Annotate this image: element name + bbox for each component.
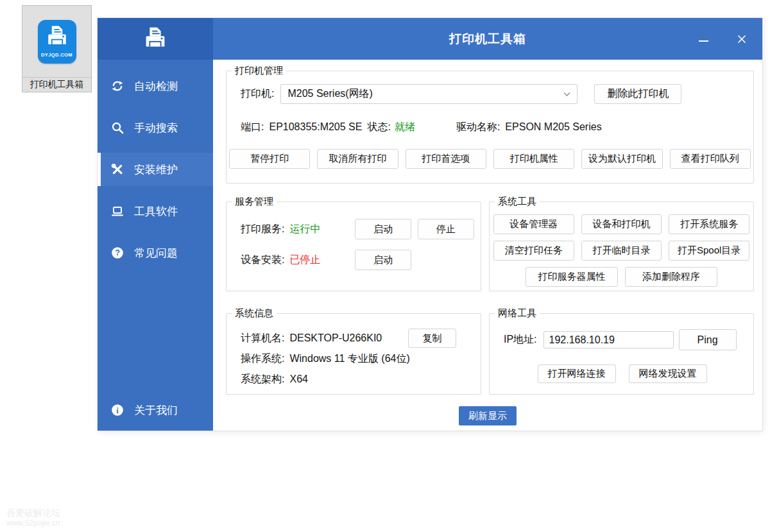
computer-name-label: 计算机名: [241, 332, 284, 345]
sidebar-item-label: 手动搜索 [134, 121, 178, 135]
print-server-properties-button[interactable]: 打印服务器属性 [526, 267, 618, 287]
close-icon [737, 35, 746, 44]
close-button[interactable] [729, 18, 755, 60]
printer-icon [141, 24, 170, 54]
open-spool-folder-button[interactable]: 打开Spool目录 [669, 241, 749, 261]
shortcut-label: 打印机工具箱 [22, 78, 91, 92]
sidebar-item-label: 关于我们 [134, 403, 178, 418]
device-install-label: 设备安装: [241, 253, 284, 267]
print-service-status: 运行中 [289, 223, 320, 236]
devices-and-printers-button[interactable]: 设备和打印机 [581, 214, 662, 234]
group-title: 服务管理 [232, 196, 277, 208]
ip-address-input[interactable] [543, 331, 674, 348]
print-preferences-button[interactable]: 打印首选项 [406, 149, 486, 169]
pause-print-button[interactable]: 暂停打印 [229, 149, 310, 169]
port-label: 端口: [241, 121, 264, 134]
device-install-status: 已停止 [289, 253, 320, 267]
os-label: 操作系统: [241, 352, 284, 366]
sidebar-item-about-us[interactable]: i 关于我们 [98, 393, 213, 427]
os-value: Windows 11 专业版 (64位) [289, 352, 409, 366]
printer-label: 打印机: [241, 87, 274, 101]
sidebar-menu: 自动检测 手动搜索 [98, 69, 213, 270]
print-service-label: 打印服务: [241, 223, 284, 236]
sidebar-item-install-maintain[interactable]: 安装维护 [98, 153, 213, 186]
group-title: 打印机管理 [232, 65, 286, 77]
search-icon [110, 121, 124, 135]
sidebar-item-label: 安装维护 [134, 162, 178, 177]
device-install-start-button[interactable]: 启动 [355, 250, 411, 270]
sidebar-item-manual-search[interactable]: 手动搜索 [98, 111, 213, 144]
sidebar-item-label: 自动检测 [134, 79, 178, 94]
sidebar: 自动检测 手动搜索 [98, 18, 213, 431]
arch-value: X64 [289, 373, 307, 385]
status-value: 就绪 [395, 121, 415, 134]
svg-text:i: i [116, 406, 119, 415]
title-bar: 打印机工具箱 [213, 18, 762, 60]
window-title: 打印机工具箱 [449, 31, 526, 47]
info-icon: i [110, 403, 124, 417]
printer-app-icon: DYJQD.COM [38, 20, 76, 64]
tools-icon [110, 162, 124, 176]
group-printer-management: 打印机管理 打印机: M205 Series(网络) 删除此打印机 端口: EP… [226, 71, 754, 184]
open-temp-folder-button[interactable]: 打开临时目录 [581, 241, 662, 261]
driver-value: EPSON M205 Series [505, 121, 601, 133]
clear-print-jobs-button[interactable]: 清空打印任务 [493, 241, 574, 261]
laptop-icon [110, 204, 124, 218]
main-panel: 打印机工具箱 打印机管理 打印机: M205 Series(网络) [213, 18, 762, 431]
content-area: 打印机管理 打印机: M205 Series(网络) 删除此打印机 端口: EP… [213, 60, 762, 431]
printer-toolbox-window: 自动检测 手动搜索 [98, 18, 762, 431]
network-discovery-settings-button[interactable]: 网络发现设置 [629, 365, 707, 383]
status-label: 状态: [367, 121, 390, 134]
delete-printer-button[interactable]: 删除此打印机 [594, 84, 681, 104]
group-network-tools: 网络工具 IP地址: Ping 打开网络连接 网络发现设置 [489, 313, 754, 395]
group-title: 网络工具 [495, 307, 540, 320]
refresh-icon [110, 79, 124, 93]
printer-select[interactable]: M205 Series(网络) [280, 84, 578, 104]
watermark: 吾爱破解论坛 www.52pojie.cn [6, 508, 60, 529]
open-network-connections-button[interactable]: 打开网络连接 [538, 365, 616, 383]
svg-text:?: ? [115, 248, 120, 257]
sidebar-item-label: 工具软件 [134, 204, 178, 219]
group-title: 系统信息 [232, 307, 277, 320]
minimize-button[interactable] [690, 18, 716, 60]
minimize-icon [699, 40, 708, 42]
ping-button[interactable]: Ping [679, 329, 737, 350]
shortcut-icon-area: DYJQD.COM [22, 6, 91, 78]
group-system-info: 系统信息 计算机名: DESKTOP-U266KI0 复制 操作系统: Wind… [226, 313, 481, 395]
print-service-stop-button[interactable]: 停止 [418, 219, 474, 239]
sidebar-item-label: 常见问题 [134, 246, 178, 261]
printer-select-value: M205 Series(网络) [287, 87, 563, 101]
set-default-printer-button[interactable]: 设为默认打印机 [581, 149, 662, 169]
chevron-down-icon [563, 92, 570, 97]
driver-label: 驱动名称: [456, 121, 500, 134]
printer-icon [43, 23, 71, 51]
question-icon: ? [110, 246, 124, 260]
sidebar-item-faq[interactable]: ? 常见问题 [98, 236, 213, 270]
group-service-management: 服务管理 打印服务: 运行中 启动 停止 设备安装: 已停止 启动 [226, 202, 481, 291]
port-value: EP108355:M205 SE [269, 121, 362, 133]
cancel-all-print-button[interactable]: 取消所有打印 [317, 149, 398, 169]
print-service-start-button[interactable]: 启动 [355, 219, 411, 239]
add-remove-programs-button[interactable]: 添加删除程序 [625, 267, 717, 287]
refresh-display-button[interactable]: 刷新显示 [459, 406, 517, 425]
sidebar-item-tool-software[interactable]: 工具软件 [98, 194, 213, 228]
printer-properties-button[interactable]: 打印机属性 [493, 149, 574, 169]
ip-label: IP地址: [504, 333, 537, 347]
group-title: 系统工具 [495, 196, 540, 208]
device-manager-button[interactable]: 设备管理器 [493, 214, 574, 234]
arch-label: 系统架构: [241, 373, 284, 386]
watermark-line2: www.52pojie.cn [6, 519, 60, 528]
app-badge-text: DYJQD.COM [41, 52, 73, 58]
sidebar-item-auto-detect[interactable]: 自动检测 [98, 69, 213, 103]
watermark-line1: 吾爱破解论坛 [6, 508, 60, 519]
open-system-services-button[interactable]: 打开系统服务 [669, 214, 749, 234]
view-print-queue-button[interactable]: 查看打印队列 [670, 149, 751, 169]
copy-button[interactable]: 复制 [408, 329, 456, 348]
computer-name-value: DESKTOP-U266KI0 [289, 332, 382, 344]
sidebar-logo [98, 18, 213, 60]
group-system-tools: 系统工具 设备管理器 设备和打印机 打开系统服务 清空打印任务 打开临时目录 打… [489, 202, 754, 291]
desktop-shortcut-printer-toolbox[interactable]: DYJQD.COM 打印机工具箱 [22, 5, 92, 92]
